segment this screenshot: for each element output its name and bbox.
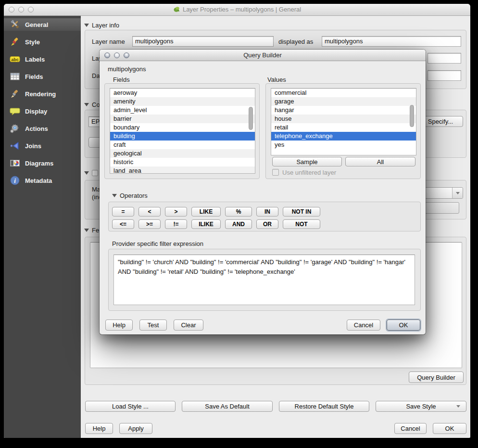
apply-button[interactable]: Apply xyxy=(119,423,152,434)
chevron-down-icon xyxy=(456,192,460,194)
values-label: Values xyxy=(267,76,286,83)
layer-name-input[interactable]: multipolygons xyxy=(132,36,274,47)
field-list-item[interactable]: barrier xyxy=(110,115,255,123)
operator-button[interactable]: OR xyxy=(256,219,278,229)
operators-groupbox: =<>LIKE%INNOT IN <=>=!=ILIKEANDORNOT xyxy=(108,202,421,231)
crs-header[interactable]: Co xyxy=(84,101,100,108)
value-list-item[interactable]: telephone_exchange xyxy=(271,132,416,141)
sidebar-item-label: Joins xyxy=(25,142,41,150)
query-builder-button[interactable]: Query Builder xyxy=(409,371,464,383)
operator-button[interactable]: LIKE xyxy=(191,207,221,217)
collapse-triangle-icon xyxy=(84,24,89,27)
operator-button[interactable]: % xyxy=(225,207,252,217)
field-list-item[interactable]: historic xyxy=(110,158,255,166)
operator-button[interactable]: <= xyxy=(112,219,134,229)
style-icon xyxy=(10,37,20,47)
filter-expression-textarea[interactable]: "building" != 'church' AND "building" !=… xyxy=(113,255,415,305)
clear-button[interactable]: Clear xyxy=(174,320,203,331)
use-unfiltered-checkbox[interactable] xyxy=(272,169,279,176)
field-list-item[interactable]: craft xyxy=(110,141,255,149)
layer-source-input[interactable] xyxy=(428,53,461,64)
field-list-item[interactable]: building xyxy=(110,132,255,141)
operator-button[interactable]: IN xyxy=(256,207,278,217)
load-style-button[interactable]: Load Style ... xyxy=(85,401,176,412)
field-list-item[interactable]: boundary xyxy=(110,123,255,132)
datasource-input[interactable] xyxy=(428,70,461,81)
sidebar-item-label: Diagrams xyxy=(25,160,53,167)
value-list-item[interactable]: garage xyxy=(271,97,416,106)
sidebar-item-label: Display xyxy=(25,108,47,115)
operator-button[interactable]: NOT IN xyxy=(283,207,320,217)
use-unfiltered-label: Use unfiltered layer xyxy=(282,169,336,176)
value-list-item[interactable]: retail xyxy=(271,123,416,132)
value-list-item[interactable]: commercial xyxy=(271,89,416,97)
operator-button[interactable]: NOT xyxy=(283,219,320,229)
sidebar-item-label: Fields xyxy=(25,73,43,80)
cancel-button[interactable]: Cancel xyxy=(394,423,427,434)
collapse-triangle-icon xyxy=(84,103,89,106)
scale-visibility-header[interactable] xyxy=(84,170,98,176)
sidebar-item-display[interactable]: Display xyxy=(4,105,81,117)
field-list-item[interactable]: amenity xyxy=(110,97,255,106)
fields-label: Fields xyxy=(113,76,130,83)
ok-button[interactable]: OK xyxy=(433,423,466,434)
operator-button[interactable]: ILIKE xyxy=(191,219,221,229)
help-button[interactable]: Help xyxy=(85,423,113,434)
value-list-item[interactable]: house xyxy=(271,115,416,123)
value-list-item[interactable]: hangar xyxy=(271,106,416,115)
sidebar-item-label: Actions xyxy=(25,125,48,132)
scale-visibility-checkbox[interactable] xyxy=(92,170,98,176)
fields-list[interactable]: aerowayamenityadmin_levelbarrierboundary… xyxy=(110,88,255,174)
cancel-button[interactable]: Cancel xyxy=(347,320,380,331)
qgis-icon xyxy=(173,6,180,13)
sidebar-item-metadata[interactable]: iMetadata xyxy=(4,174,81,187)
sidebar-item-fields[interactable]: Fields xyxy=(4,70,81,83)
displayed-as-label: displayed as xyxy=(278,38,313,45)
operator-button[interactable]: > xyxy=(165,207,187,217)
operator-button[interactable]: != xyxy=(165,219,187,229)
datasource-name-label: multipolygons xyxy=(108,65,146,73)
fields-scrollbar[interactable] xyxy=(249,107,253,130)
operators-row-2: <=>=!=ILIKEANDORNOT xyxy=(112,219,320,229)
field-list-item[interactable]: aeroway xyxy=(110,89,255,97)
operator-button[interactable]: < xyxy=(138,207,161,217)
sidebar-item-rendering[interactable]: Rendering xyxy=(4,88,81,100)
restore-default-style-button[interactable]: Restore Default Style xyxy=(279,401,369,412)
sidebar-item-style[interactable]: Style xyxy=(4,36,81,48)
dialog-titlebar[interactable]: Query Builder xyxy=(100,50,426,61)
operator-button[interactable]: >= xyxy=(138,219,161,229)
sidebar-item-actions[interactable]: Actions xyxy=(4,122,81,135)
query-builder-dialog: Query Builder multipolygons Fields aerow… xyxy=(100,50,426,334)
test-button[interactable]: Test xyxy=(139,320,167,331)
field-list-item[interactable]: land_area xyxy=(110,166,255,174)
sidebar-item-diagrams[interactable]: Diagrams xyxy=(4,157,81,169)
values-list[interactable]: commercialgaragehangarhouseretailtelepho… xyxy=(271,88,416,155)
sidebar-item-joins[interactable]: Joins xyxy=(4,140,81,152)
collapse-triangle-icon xyxy=(112,194,117,197)
values-scrollbar[interactable] xyxy=(410,105,414,127)
svg-text:abc: abc xyxy=(11,57,19,62)
operator-button[interactable]: = xyxy=(112,207,134,217)
field-list-item[interactable]: admin_level xyxy=(110,106,255,115)
dialog-title: Query Builder xyxy=(100,51,426,59)
save-style-button[interactable]: Save Style xyxy=(376,401,466,412)
displayed-as-input[interactable]: multipolygons xyxy=(322,36,461,47)
sidebar-item-general[interactable]: General xyxy=(4,18,81,31)
operator-button[interactable]: AND xyxy=(225,219,252,229)
field-list-item[interactable]: geological xyxy=(110,149,255,158)
all-button[interactable]: All xyxy=(345,157,415,166)
operators-header[interactable]: Operators xyxy=(112,192,148,199)
save-as-default-button[interactable]: Save As Default xyxy=(182,401,273,412)
value-list-item[interactable]: yes xyxy=(271,141,416,149)
svg-text:i: i xyxy=(14,177,16,184)
sample-button[interactable]: Sample xyxy=(272,157,342,166)
help-button[interactable]: Help xyxy=(105,320,133,331)
window-titlebar[interactable]: Layer Properties – multipolygons | Gener… xyxy=(4,4,470,16)
layer-info-header[interactable]: Layer info xyxy=(84,22,119,29)
rendering-icon xyxy=(10,89,20,99)
ok-button[interactable]: OK xyxy=(387,320,420,331)
feature-subset-header[interactable]: Fe xyxy=(84,227,99,234)
labels-icon: abc xyxy=(10,54,20,64)
sidebar-item-labels[interactable]: abcLabels xyxy=(4,53,81,65)
sidebar-item-label: Labels xyxy=(25,56,45,63)
